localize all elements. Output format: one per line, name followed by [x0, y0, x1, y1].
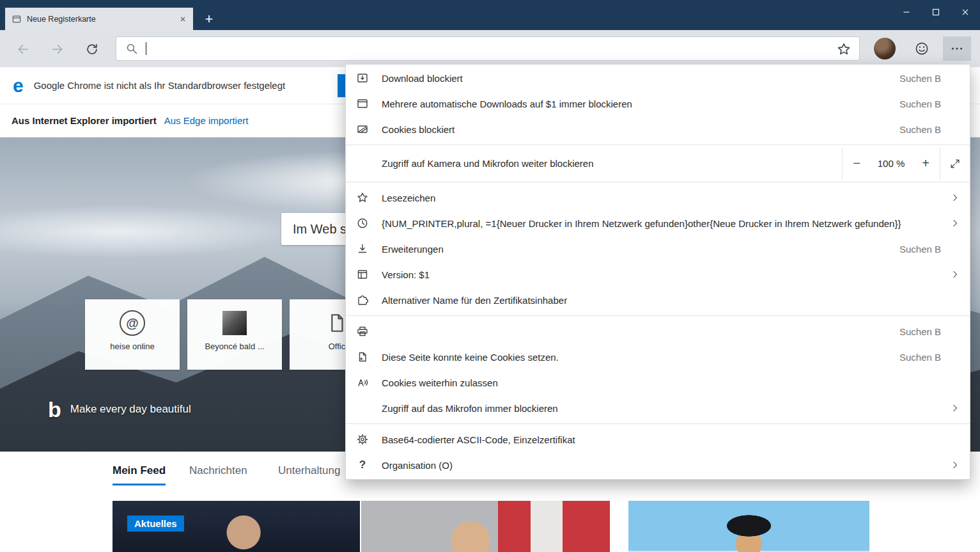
menu-item[interactable]: ?Organisation (O)	[346, 452, 970, 478]
menu-item-hint: Suchen B	[899, 99, 941, 109]
minimize-icon[interactable]	[892, 0, 921, 24]
menu-item[interactable]: Alternativer Name für den Zertifikatsinh…	[346, 287, 970, 313]
top-site-tile-heise[interactable]: @ heise online	[85, 299, 180, 370]
chevron-right-icon	[951, 461, 960, 469]
news-card[interactable]: Aktuelles	[113, 501, 360, 552]
import-edge-link[interactable]: Aus Edge importiert	[164, 115, 249, 126]
edge-logo-icon: e	[13, 76, 24, 95]
chevron-right-icon	[951, 404, 960, 413]
chevron-right-icon	[951, 270, 960, 279]
menu-item[interactable]: Cookies weiterhin zulassen	[346, 370, 970, 395]
menu-item-label: Zugriff auf das Mikrofon immer blockiere…	[382, 403, 558, 414]
menu-divider	[346, 423, 970, 424]
history-icon	[356, 217, 369, 230]
tile-label: Offic	[329, 342, 346, 351]
refresh-icon[interactable]	[81, 39, 104, 59]
forward-icon[interactable]	[46, 39, 69, 59]
menu-item[interactable]: Lesezeichen	[346, 185, 970, 210]
menu-item[interactable]: ErweiterungenSuchen B	[346, 236, 970, 262]
menu-item-label: Cookies weiterhin zulassen	[382, 377, 498, 388]
zoom-in-button[interactable]: +	[912, 148, 940, 179]
menu-item-label: Mehrere automatische Downloads auf $1 im…	[382, 99, 632, 109]
back-icon[interactable]	[12, 39, 35, 59]
more-menu: Download blockiertSuchen BMehrere automa…	[345, 64, 970, 480]
chevron-right-icon	[951, 219, 960, 228]
printer-icon	[356, 325, 369, 338]
cookies-blocked-icon	[356, 123, 369, 136]
downloads-window-icon	[356, 97, 369, 110]
menu-item[interactable]: Version: $1	[346, 262, 970, 287]
browser-tab[interactable]: Neue Registerkarte	[5, 8, 193, 30]
menu-item-label: Version: $1	[382, 269, 430, 280]
menu-item-hint: Suchen B	[899, 124, 941, 135]
extensions-download-icon	[356, 242, 369, 255]
menu-item-label: Organisation (O)	[382, 460, 453, 471]
menu-item-hint: Suchen B	[899, 73, 941, 84]
feed-tab-mein-feed[interactable]: Mein Feed	[113, 464, 166, 485]
menu-item[interactable]: Suchen B	[346, 319, 970, 344]
maximize-icon[interactable]	[921, 0, 951, 24]
titlebar: Neue Registerkarte +	[0, 0, 980, 30]
import-label: Aus Internet Explorer importiert	[12, 115, 157, 126]
tile-label: Beyoncé bald ...	[205, 342, 264, 351]
at-circle-icon: @	[120, 310, 145, 336]
bing-tagline: Make every day beautiful	[70, 403, 191, 416]
favorites-star-icon[interactable]	[836, 42, 852, 57]
chevron-right-icon	[951, 193, 960, 202]
menu-divider	[346, 145, 970, 145]
fullscreen-icon[interactable]	[940, 148, 970, 179]
bing-logo-icon[interactable]: b	[48, 398, 61, 420]
help-icon: ?	[356, 459, 369, 471]
top-sites: @ heise online Beyoncé bald ... Offic	[85, 299, 384, 370]
menu-item-hint: Suchen B	[899, 244, 941, 255]
close-icon[interactable]	[951, 0, 980, 24]
menu-zoom-row: Zugriff auf Kamera und Mikrofon weiter b…	[346, 148, 970, 179]
news-badge: Aktuelles	[127, 516, 184, 532]
news-image	[628, 501, 869, 552]
menu-item[interactable]: Diese Seite konnte keine Cookies setzen.…	[346, 344, 970, 370]
menu-item-label: Base64-codierter ASCII-Code, Einzelzerti…	[382, 434, 575, 445]
document-icon	[326, 312, 348, 334]
tab-title: Neue Registerkarte	[27, 15, 179, 24]
tile-label: heise online	[110, 342, 154, 351]
menu-item-label: Erweiterungen	[382, 244, 444, 255]
menu-item-label: Download blockiert	[382, 73, 463, 84]
new-tab-button[interactable]: +	[198, 8, 220, 30]
gear-icon	[356, 433, 369, 446]
menu-item[interactable]: Download blockiertSuchen B	[346, 65, 970, 91]
menu-item-label: Cookies blockiert	[382, 124, 455, 135]
menu-item-label: Lesezeichen	[382, 193, 435, 203]
menu-item[interactable]: Base64-codierter ASCII-Code, Einzelzerti…	[346, 427, 970, 452]
menu-item-label: {NUM_PRINTER,plural, =1{Neuer Drucker in…	[382, 218, 901, 229]
news-card[interactable]	[361, 501, 610, 552]
text-caret	[146, 42, 146, 55]
menu-item[interactable]: Cookies blockiertSuchen B	[346, 116, 970, 142]
news-card[interactable]	[628, 501, 869, 552]
more-options-icon[interactable]	[943, 36, 971, 61]
top-site-tile-beyonce[interactable]: Beyoncé bald ...	[187, 299, 282, 370]
menu-item-label: Zugriff auf Kamera und Mikrofon weiter b…	[382, 158, 594, 169]
zoom-out-button[interactable]: −	[843, 148, 871, 179]
menu-divider	[346, 315, 970, 316]
tab-close-icon[interactable]	[179, 15, 187, 23]
page-cookie-icon	[356, 351, 369, 363]
menu-item[interactable]: Zugriff auf das Mikrofon immer blockiere…	[346, 395, 970, 421]
menu-item[interactable]: {NUM_PRINTER,plural, =1{Neuer Drucker in…	[346, 210, 970, 236]
window-controls	[892, 0, 980, 24]
menu-divider	[346, 182, 970, 182]
feed-tab-unterhaltung[interactable]: Unterhaltung	[278, 464, 340, 477]
profile-avatar[interactable]	[874, 38, 896, 59]
menu-item-hint: Suchen B	[899, 352, 941, 363]
menu-item-hint: Suchen B	[899, 326, 941, 337]
bing-attribution: b Make every day beautiful	[48, 398, 191, 420]
download-blocked-icon	[356, 72, 369, 84]
menu-item[interactable]: Mehrere automatische Downloads auf $1 im…	[346, 91, 970, 116]
feedback-smiley-icon[interactable]	[910, 38, 934, 59]
menu-item-label: Diese Seite konnte keine Cookies setzen.	[382, 352, 559, 363]
zoom-level: 100 %	[871, 158, 912, 169]
puzzle-icon	[356, 294, 369, 306]
icon-placeholder	[356, 402, 369, 414]
star-icon	[356, 191, 369, 204]
feed-tab-nachrichten[interactable]: Nachrichten	[189, 464, 247, 477]
address-bar[interactable]	[116, 36, 860, 61]
